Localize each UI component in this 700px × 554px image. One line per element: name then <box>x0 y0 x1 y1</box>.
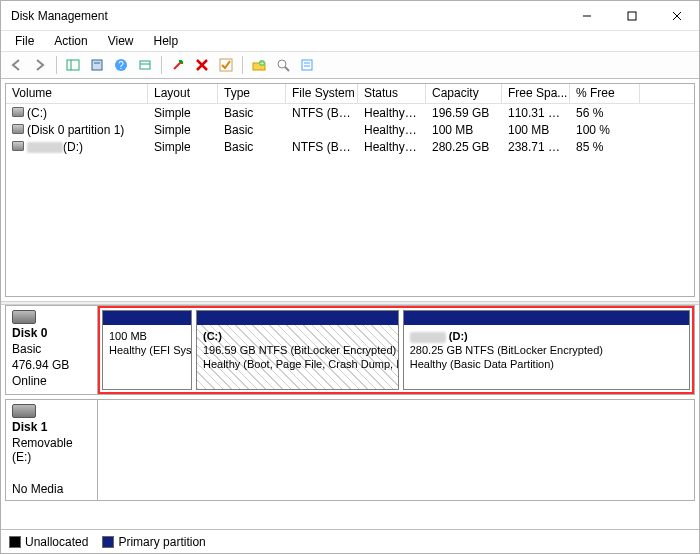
disk-nomedia: No Media <box>12 482 91 496</box>
toolbar-separator <box>56 56 57 74</box>
col-status[interactable]: Status <box>358 84 426 103</box>
close-button[interactable] <box>654 1 699 31</box>
drive-icon <box>12 107 24 117</box>
title-bar: Disk Management <box>1 1 699 31</box>
menu-help[interactable]: Help <box>144 32 189 50</box>
svg-line-17 <box>285 67 289 71</box>
svg-rect-6 <box>92 60 102 70</box>
menu-action[interactable]: Action <box>44 32 97 50</box>
disk-name: Disk 0 <box>12 326 91 340</box>
svg-rect-18 <box>302 60 312 70</box>
toolbar-separator <box>161 56 162 74</box>
refresh-icon[interactable] <box>134 54 156 76</box>
partition-bar <box>404 311 689 325</box>
search-icon[interactable] <box>272 54 294 76</box>
disk-name: Disk 1 <box>12 420 91 434</box>
col-capacity[interactable]: Capacity <box>426 84 502 103</box>
disk-label: Disk 0 Basic 476.94 GB Online <box>6 306 98 394</box>
svg-point-16 <box>278 60 286 68</box>
partition-text: 100 MB Healthy (EFI Sys <box>103 325 191 389</box>
drive-icon <box>12 124 24 134</box>
menu-file[interactable]: File <box>5 32 44 50</box>
swatch-unallocated <box>9 536 21 548</box>
volume-icon[interactable]: + <box>248 54 270 76</box>
volume-row[interactable]: (C:) Simple Basic NTFS (BitLo... Healthy… <box>6 104 694 121</box>
disk-status: Online <box>12 374 91 388</box>
disk-label: Disk 1 Removable (E:) No Media <box>6 400 98 500</box>
menu-view[interactable]: View <box>98 32 144 50</box>
volume-name: (D:) <box>63 140 83 154</box>
volume-row[interactable]: (D:) Simple Basic NTFS (BitLo... Healthy… <box>6 138 694 155</box>
window-title: Disk Management <box>11 9 564 23</box>
check-icon[interactable] <box>215 54 237 76</box>
volume-row[interactable]: (Disk 0 partition 1) Simple Basic Health… <box>6 121 694 138</box>
swatch-primary <box>102 536 114 548</box>
toolbar: ? + <box>1 51 699 79</box>
legend-unallocated: Unallocated <box>9 535 88 549</box>
svg-text:?: ? <box>118 60 124 71</box>
col-pctfree[interactable]: % Free <box>570 84 640 103</box>
svg-rect-10 <box>140 61 150 69</box>
disk-size: 476.94 GB <box>12 358 91 372</box>
menu-bar: File Action View Help <box>1 31 699 51</box>
volume-list-body: (C:) Simple Basic NTFS (BitLo... Healthy… <box>6 104 694 296</box>
disk-graphical-view: Disk 0 Basic 476.94 GB Online 100 MB Hea… <box>5 305 695 505</box>
disk-type: Basic <box>12 342 91 356</box>
back-button[interactable] <box>5 54 27 76</box>
legend-primary: Primary partition <box>102 535 205 549</box>
disk-icon <box>12 310 36 324</box>
volume-list[interactable]: Volume Layout Type File System Status Ca… <box>5 83 695 297</box>
partition-text: (C:) 196.59 GB NTFS (BitLocker Encrypted… <box>197 325 398 389</box>
col-freespace[interactable]: Free Spa... <box>502 84 570 103</box>
svg-text:+: + <box>260 59 265 68</box>
disk-row-0[interactable]: Disk 0 Basic 476.94 GB Online 100 MB Hea… <box>5 305 695 395</box>
partitions-empty <box>98 400 694 500</box>
show-hide-tree-icon[interactable] <box>62 54 84 76</box>
drive-icon <box>12 141 24 151</box>
eject-icon[interactable] <box>167 54 189 76</box>
partition-bar <box>197 311 398 325</box>
properties-icon[interactable] <box>86 54 108 76</box>
minimize-button[interactable] <box>564 1 609 31</box>
toolbar-separator <box>242 56 243 74</box>
maximize-button[interactable] <box>609 1 654 31</box>
redacted-name <box>27 142 63 153</box>
delete-icon[interactable] <box>191 54 213 76</box>
partition-bar <box>103 311 191 325</box>
volume-list-header[interactable]: Volume Layout Type File System Status Ca… <box>6 84 694 104</box>
col-type[interactable]: Type <box>218 84 286 103</box>
volume-name: (Disk 0 partition 1) <box>27 123 124 137</box>
partition-text: (D:) 280.25 GB NTFS (BitLocker Encrypted… <box>404 325 689 389</box>
settings-list-icon[interactable] <box>296 54 318 76</box>
col-volume[interactable]: Volume <box>6 84 148 103</box>
partitions-highlight: 100 MB Healthy (EFI Sys (C:) 196.59 GB N… <box>98 306 694 394</box>
partition-c[interactable]: (C:) 196.59 GB NTFS (BitLocker Encrypted… <box>196 310 399 390</box>
redacted-name <box>410 332 446 343</box>
partition-d[interactable]: (D:) 280.25 GB NTFS (BitLocker Encrypted… <box>403 310 690 390</box>
volume-name: (C:) <box>27 106 47 120</box>
help-icon[interactable]: ? <box>110 54 132 76</box>
partition-efi[interactable]: 100 MB Healthy (EFI Sys <box>102 310 192 390</box>
disk-row-1[interactable]: Disk 1 Removable (E:) No Media <box>5 399 695 501</box>
svg-rect-4 <box>67 60 79 70</box>
disk-icon <box>12 404 36 418</box>
col-filesystem[interactable]: File System <box>286 84 358 103</box>
col-layout[interactable]: Layout <box>148 84 218 103</box>
forward-button[interactable] <box>29 54 51 76</box>
legend-bar: Unallocated Primary partition <box>1 529 699 553</box>
disk-removable: Removable (E:) <box>12 436 91 464</box>
svg-rect-1 <box>628 12 636 20</box>
